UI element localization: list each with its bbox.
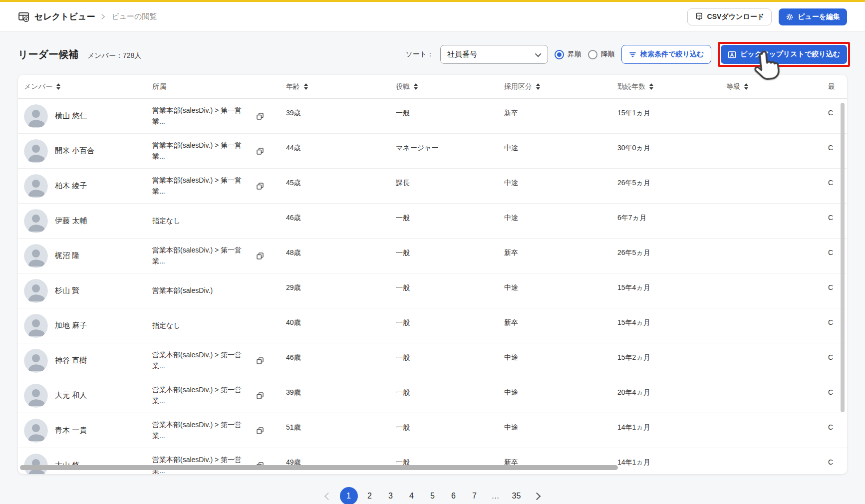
page-button[interactable]: 7 — [466, 487, 484, 504]
sort-icon[interactable] — [56, 83, 60, 90]
member-name: 横山 悠仁 — [55, 111, 87, 121]
org-chart-popup-icon[interactable] — [256, 112, 264, 120]
sort-asc-radio[interactable]: 昇順 — [555, 50, 581, 59]
sort-icon[interactable] — [536, 83, 540, 90]
department: 営業本部(salesDiv.) > 第一営業... — [152, 350, 251, 371]
avatar — [24, 349, 48, 373]
member-cell: 開米 小百合 — [18, 134, 146, 168]
chevron-down-icon — [535, 50, 542, 57]
avatar — [24, 419, 48, 443]
sort-desc-radio[interactable]: 降順 — [588, 50, 615, 59]
org-chart-popup-icon[interactable] — [256, 147, 264, 155]
org-chart-popup-icon[interactable] — [256, 392, 264, 400]
header-actions: CSV CSVダウンロード ビューを編集 — [687, 8, 847, 25]
table-row[interactable]: 神谷 直樹 営業本部(salesDiv.) > 第一営業... 46歳 一般 中… — [18, 343, 847, 378]
page-button[interactable]: 5 — [424, 487, 442, 504]
tenure-cell: 6年7ヵ月 — [611, 204, 720, 238]
column-header-label: 役職 — [396, 82, 410, 91]
member-name: 大元 和人 — [55, 391, 87, 400]
table-row[interactable]: 杉山 賢 営業本部(salesDiv.) 29歳 一般 中途 15年4ヵ月 C — [18, 273, 847, 308]
pickup-list-icon — [728, 50, 736, 59]
org-chart-popup-icon[interactable] — [256, 182, 264, 190]
department: 営業本部(salesDiv.) — [152, 285, 251, 296]
sort-icon[interactable] — [304, 83, 308, 90]
page-button[interactable]: 6 — [445, 487, 463, 504]
previous-page-button[interactable] — [320, 488, 337, 504]
column-header[interactable]: 年齢 — [280, 75, 390, 98]
table-row[interactable]: 伊藤 太輔 指定なし 46歳 一般 中途 6年7ヵ月 C — [18, 204, 847, 239]
member-name: 青木 一貴 — [55, 426, 87, 435]
horizontal-scrollbar[interactable] — [20, 465, 618, 470]
column-header[interactable]: 役職 — [390, 75, 498, 98]
page-button[interactable]: 4 — [403, 487, 421, 504]
radio-unselected-icon — [588, 50, 597, 59]
position-cell: 一般 — [390, 308, 498, 343]
department-cell: 営業本部(salesDiv.) — [146, 273, 280, 308]
gear-icon — [786, 13, 794, 21]
table-row[interactable]: 大元 和人 営業本部(salesDiv.) > 第一営業... 39歳 一般 中… — [18, 378, 847, 413]
department: 指定なし — [152, 320, 251, 331]
main-content: リーダー候補 メンバー：728人 ソート： 社員番号 昇順 降順 検索条件で絞り… — [0, 32, 865, 504]
org-chart-popup-icon[interactable] — [256, 427, 264, 435]
table-row[interactable]: 梶沼 隆 営業本部(salesDiv.) > 第一営業... 48歳 一般 新卒… — [18, 239, 847, 273]
member-name: 梶沼 隆 — [55, 251, 79, 260]
table-row[interactable]: 横山 悠仁 営業本部(salesDiv.) > 第一営業... 39歳 一般 新… — [18, 99, 847, 134]
recruitment-cell: 新卒 — [498, 308, 611, 343]
select-view-icon — [18, 11, 29, 22]
recruitment-cell: 新卒 — [498, 99, 611, 133]
page-button[interactable]: 2 — [361, 487, 379, 504]
page-button[interactable]: 1 — [340, 487, 358, 504]
column-header[interactable]: 最 — [822, 75, 847, 98]
table-row[interactable]: 柏木 綾子 営業本部(salesDiv.) > 第一営業... 45歳 課長 中… — [18, 169, 847, 204]
table-row[interactable]: 青木 一貴 営業本部(salesDiv.) > 第一営業... 51歳 一般 中… — [18, 413, 847, 448]
age-cell: 48歳 — [280, 239, 390, 273]
pickup-filter-button[interactable]: ピックアップリストで絞り込む — [721, 45, 847, 64]
sort-icon[interactable] — [649, 83, 653, 90]
member-table: メンバー 所属 年齢 役職 採用区分 勤続年数 等級 最 横山 悠仁 営業本部(… — [18, 75, 847, 474]
avatar — [24, 209, 48, 233]
department: 営業本部(salesDiv.) > 第一営業... — [152, 140, 251, 162]
search-filter-button[interactable]: 検索条件で絞り込む — [621, 45, 711, 64]
column-header[interactable]: 勤続年数 — [611, 75, 720, 98]
table-row[interactable]: 大山 悠 営業本部(salesDiv.) > 第一営業... 49歳 一般 新卒… — [18, 448, 847, 474]
member-name: 神谷 直樹 — [55, 356, 87, 365]
sort-icon[interactable] — [744, 83, 748, 90]
member-name: 柏木 綾子 — [55, 181, 87, 191]
avatar — [24, 174, 48, 198]
latest-eval-cell: C — [822, 448, 847, 474]
breadcrumb-root[interactable]: セレクトビュー — [34, 11, 95, 22]
recruitment-cell: 中途 — [498, 273, 611, 308]
recruitment-cell: 新卒 — [498, 448, 611, 474]
sort-icon[interactable] — [414, 83, 418, 90]
table-row[interactable]: 開米 小百合 営業本部(salesDiv.) > 第一営業... 44歳 マネー… — [18, 134, 847, 169]
tenure-cell: 20年4ヵ月 — [611, 378, 720, 413]
org-chart-popup-icon[interactable] — [256, 357, 264, 365]
tenure-cell: 15年1ヵ月 — [611, 99, 720, 133]
sort-asc-label: 昇順 — [568, 50, 581, 59]
column-header[interactable]: 所属 — [146, 75, 280, 98]
member-cell: 神谷 直樹 — [18, 343, 146, 378]
avatar — [24, 314, 48, 338]
page-button[interactable]: 3 — [382, 487, 400, 504]
member-cell: 青木 一貴 — [18, 413, 146, 448]
vertical-scrollbar[interactable] — [841, 103, 845, 412]
chevron-left-icon — [324, 492, 332, 500]
department: 営業本部(salesDiv.) > 第一営業... — [152, 105, 251, 127]
recruitment-cell: 新卒 — [498, 239, 611, 273]
filter-icon — [629, 51, 636, 58]
edit-view-button[interactable]: ビューを編集 — [779, 8, 847, 25]
column-header[interactable]: 採用区分 — [498, 75, 611, 98]
next-page-button[interactable] — [529, 488, 546, 504]
sort-select[interactable]: 社員番号 — [440, 45, 548, 64]
column-header[interactable]: メンバー — [18, 75, 146, 98]
member-name: 杉山 賢 — [55, 286, 79, 295]
department: 営業本部(salesDiv.) > 第一営業... — [152, 385, 251, 406]
table-row[interactable]: 加地 麻子 指定なし 40歳 一般 新卒 15年4ヵ月 C — [18, 308, 847, 343]
csv-download-button[interactable]: CSV CSVダウンロード — [687, 8, 772, 25]
page-button[interactable]: 35 — [508, 487, 526, 504]
recruitment-cell: 中途 — [498, 204, 611, 238]
org-chart-popup-icon[interactable] — [256, 252, 264, 260]
breadcrumb-current: ビューの閲覧 — [111, 12, 157, 21]
tenure-cell: 15年4ヵ月 — [611, 308, 720, 343]
recruitment-cell: 中途 — [498, 413, 611, 448]
